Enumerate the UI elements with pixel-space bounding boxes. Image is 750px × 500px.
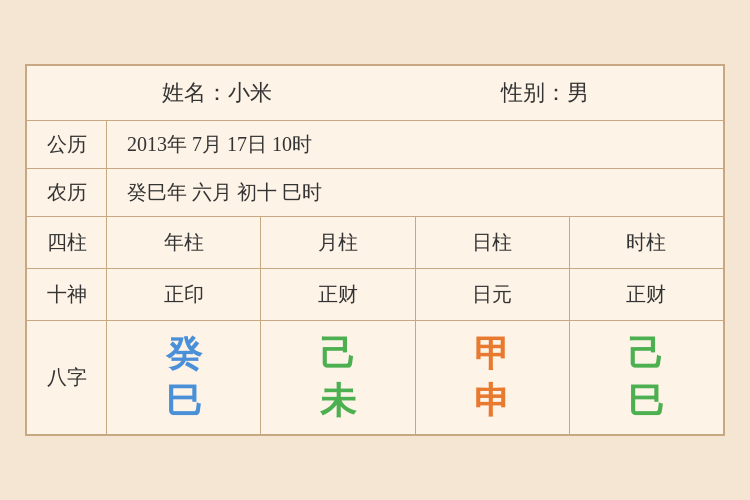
bazi-year: 癸 巳 xyxy=(107,321,261,435)
shishen-hour: 正财 xyxy=(570,269,723,320)
bazi-year-bottom: 巳 xyxy=(166,378,202,425)
year-header: 年柱 xyxy=(107,217,261,268)
bazi-row: 八字 癸 巳 己 未 甲 申 己 巳 xyxy=(27,321,723,435)
gregorian-label: 公历 xyxy=(27,121,107,168)
hour-header: 时柱 xyxy=(570,217,723,268)
bazi-day-top: 甲 xyxy=(474,331,510,378)
main-container: 姓名：小米 性别：男 公历 2013年 7月 17日 10时 农历 癸巳年 六月… xyxy=(25,64,725,437)
bazi-month-bottom: 未 xyxy=(320,378,356,425)
header-row: 姓名：小米 性别：男 xyxy=(27,66,723,121)
shishen-row: 十神 正印 正财 日元 正财 xyxy=(27,269,723,321)
bazi-day-bottom: 申 xyxy=(474,378,510,425)
lunar-value: 癸巳年 六月 初十 巳时 xyxy=(107,169,723,216)
bazi-hour-bottom: 巳 xyxy=(628,378,664,425)
shishen-month: 正财 xyxy=(261,269,415,320)
bazi-day: 甲 申 xyxy=(416,321,570,435)
gender-label: 性别：男 xyxy=(501,78,589,108)
bazi-month: 己 未 xyxy=(261,321,415,435)
lunar-label: 农历 xyxy=(27,169,107,216)
bazi-hour: 己 巳 xyxy=(570,321,723,435)
bazi-year-top: 癸 xyxy=(166,331,202,378)
month-header: 月柱 xyxy=(261,217,415,268)
bazi-label: 八字 xyxy=(27,321,107,435)
shishen-label: 十神 xyxy=(27,269,107,320)
sizhu-row: 四柱 年柱 月柱 日柱 时柱 xyxy=(27,217,723,269)
sizhu-label: 四柱 xyxy=(27,217,107,268)
bazi-hour-top: 己 xyxy=(628,331,664,378)
shishen-day: 日元 xyxy=(416,269,570,320)
day-header: 日柱 xyxy=(416,217,570,268)
shishen-year: 正印 xyxy=(107,269,261,320)
lunar-row: 农历 癸巳年 六月 初十 巳时 xyxy=(27,169,723,217)
name-label: 姓名：小米 xyxy=(162,78,272,108)
bazi-month-top: 己 xyxy=(320,331,356,378)
gregorian-row: 公历 2013年 7月 17日 10时 xyxy=(27,121,723,169)
gregorian-value: 2013年 7月 17日 10时 xyxy=(107,121,723,168)
